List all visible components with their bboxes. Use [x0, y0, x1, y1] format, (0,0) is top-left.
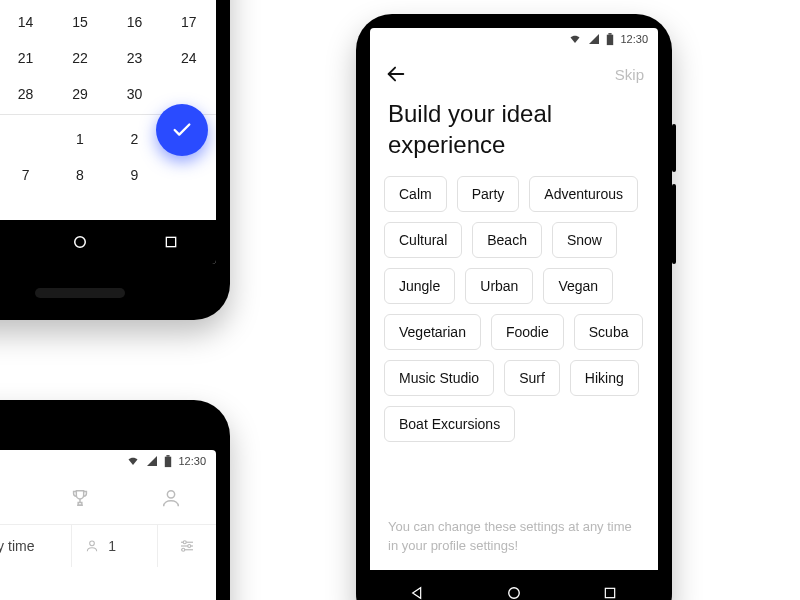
calendar-day[interactable]: 17 [162, 4, 216, 40]
filter-settings[interactable] [158, 525, 216, 567]
calendar-row: 1314151617 [0, 4, 216, 40]
svg-point-12 [188, 545, 191, 548]
nav-home-icon[interactable] [71, 233, 89, 251]
experience-chip[interactable]: Scuba [574, 314, 644, 350]
arrow-left-icon [385, 63, 407, 85]
svg-rect-3 [167, 455, 170, 457]
svg-point-8 [90, 541, 95, 546]
phone-browse-screen: 12:30 Any time [0, 450, 216, 600]
svg-rect-1 [166, 237, 175, 246]
calendar-day[interactable]: 30 [107, 76, 161, 112]
calendar-day[interactable]: 28 [0, 76, 53, 112]
calendar-day[interactable]: 9 [107, 157, 161, 193]
filter-anytime-label: Any time [0, 538, 34, 554]
wifi-icon [126, 455, 140, 467]
svg-rect-2 [165, 456, 171, 466]
phone-calendar: 1314151617202122232427282930 1236789 [0, 0, 230, 320]
experience-chip[interactable]: Boat Excursions [384, 406, 515, 442]
signal-icon [146, 455, 158, 467]
calendar-day[interactable]: 21 [0, 40, 53, 76]
calendar-day[interactable]: 23 [107, 40, 161, 76]
experience-chip[interactable]: Music Studio [384, 360, 494, 396]
svg-point-5 [167, 491, 174, 498]
calendar-day[interactable]: 14 [0, 4, 53, 40]
phone-browse: 12:30 Any time [0, 400, 230, 600]
hint-text: You can change these settings at any tim… [370, 518, 658, 570]
svg-rect-15 [607, 34, 613, 44]
filter-guests-value: 1 [108, 538, 116, 554]
experience-chip[interactable]: Vegan [543, 268, 613, 304]
status-bar: 12:30 [0, 450, 216, 472]
person-icon [84, 538, 100, 554]
experience-chip[interactable]: Cultural [384, 222, 462, 258]
battery-icon [164, 455, 172, 468]
confirm-fab[interactable] [156, 104, 208, 156]
calendar-day [0, 121, 53, 157]
phone-experience-screen: 12:30 Skip Build your ideal experience C… [370, 28, 658, 600]
nav-recent-icon[interactable] [163, 234, 179, 250]
filter-anytime[interactable]: Any time [0, 525, 72, 567]
phone-volume-button [672, 184, 676, 264]
svg-point-0 [75, 237, 86, 248]
profile-icon[interactable] [160, 487, 182, 509]
phone-speaker [35, 288, 125, 298]
nav-recent-icon[interactable] [602, 585, 618, 600]
back-button[interactable] [384, 62, 408, 86]
nav-back-icon[interactable] [410, 585, 426, 600]
signal-icon [588, 33, 600, 45]
experience-chip[interactable]: Party [457, 176, 520, 212]
top-toolbar [0, 472, 216, 524]
check-icon [171, 119, 193, 141]
phone-experience: 12:30 Skip Build your ideal experience C… [356, 14, 672, 600]
experience-chips: CalmPartyAdventurousCulturalBeachSnowJun… [370, 176, 658, 442]
calendar-day[interactable]: 29 [53, 76, 107, 112]
status-time: 12:30 [178, 455, 206, 467]
calendar-day[interactable]: 2 [107, 121, 161, 157]
filter-row: Any time 1 [0, 524, 216, 567]
experience-chip[interactable]: Calm [384, 176, 447, 212]
experience-chip[interactable]: Beach [472, 222, 542, 258]
skip-button[interactable]: Skip [615, 66, 644, 83]
sliders-icon [178, 537, 196, 555]
calendar-day[interactable]: 16 [107, 4, 161, 40]
page-title: Build your ideal experience [370, 92, 658, 176]
experience-chip[interactable]: Hiking [570, 360, 639, 396]
svg-point-10 [183, 541, 186, 544]
experience-chip[interactable]: Surf [504, 360, 560, 396]
experience-chip[interactable]: Snow [552, 222, 617, 258]
trophy-icon[interactable] [69, 487, 91, 509]
calendar-row: 6789 [0, 157, 216, 193]
nav-home-icon[interactable] [505, 584, 523, 600]
wifi-icon [568, 33, 582, 45]
phone-side-button [672, 124, 676, 172]
android-navbar [0, 220, 216, 264]
calendar-day[interactable]: 15 [53, 4, 107, 40]
battery-icon [606, 33, 614, 46]
experience-chip[interactable]: Jungle [384, 268, 455, 304]
calendar-day[interactable]: 24 [162, 40, 216, 76]
phone-calendar-screen: 1314151617202122232427282930 1236789 [0, 0, 216, 264]
calendar-day[interactable]: 1 [53, 121, 107, 157]
svg-point-19 [509, 588, 520, 599]
calendar-row: 2021222324 [0, 40, 216, 76]
experience-chip[interactable]: Vegetarian [384, 314, 481, 350]
status-time: 12:30 [620, 33, 648, 45]
status-bar: 12:30 [370, 28, 658, 50]
svg-point-14 [182, 548, 185, 551]
calendar-day [162, 157, 216, 193]
svg-rect-20 [606, 588, 615, 597]
svg-rect-16 [609, 33, 612, 35]
calendar-day[interactable]: 22 [53, 40, 107, 76]
android-navbar [370, 570, 658, 600]
calendar-day[interactable]: 7 [0, 157, 53, 193]
experience-chip[interactable]: Foodie [491, 314, 564, 350]
calendar-day[interactable]: 8 [53, 157, 107, 193]
experience-chip[interactable]: Adventurous [529, 176, 638, 212]
filter-guests[interactable]: 1 [72, 525, 157, 567]
experience-chip[interactable]: Urban [465, 268, 533, 304]
svg-marker-18 [412, 588, 420, 599]
